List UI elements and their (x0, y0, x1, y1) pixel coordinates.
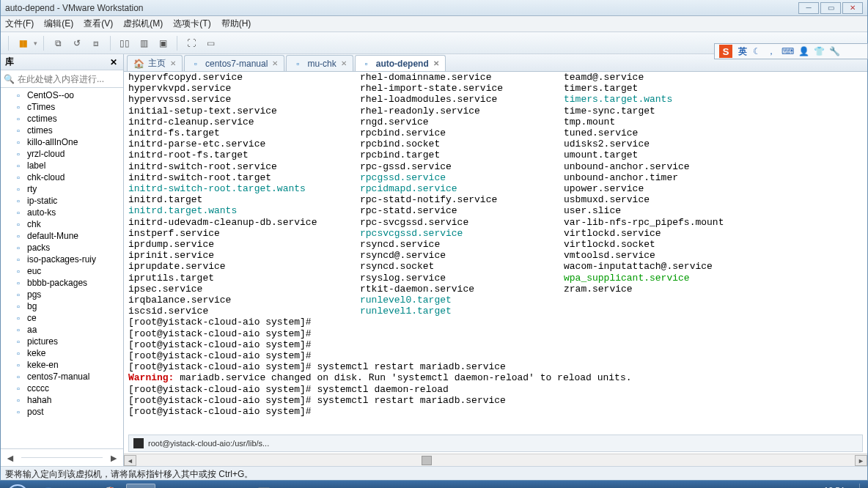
horizontal-scrollbar[interactable]: ◄ ► (124, 454, 867, 466)
menu-虚拟机(M)[interactable]: 虚拟机(M) (123, 18, 163, 30)
app-button[interactable]: ☁ (280, 484, 309, 488)
menu-帮助(H)[interactable]: 帮助(H) (221, 18, 251, 30)
tree-item[interactable]: ▫killo-allInOne (1, 136, 123, 148)
tab-close-icon[interactable]: ✕ (341, 59, 347, 67)
tree-item[interactable]: ▫chk (1, 218, 123, 230)
revert-button[interactable]: ↺ (69, 35, 85, 51)
scroll-right-icon[interactable]: ► (855, 455, 867, 466)
unity-button[interactable]: ▣ (155, 35, 171, 51)
tree-fwd-icon[interactable]: ► (108, 452, 119, 464)
tree-back-icon[interactable]: ◄ (5, 452, 15, 464)
tree-item[interactable]: ▫yrzl-cloud (1, 148, 123, 160)
scroll-thumb[interactable] (422, 456, 432, 465)
tree-item[interactable]: ▫iso-packages-ruiy (1, 254, 123, 265)
vmware-button[interactable] (126, 484, 155, 488)
tree-item[interactable]: ▫label (1, 160, 123, 171)
show-desktop-button[interactable] (859, 484, 865, 488)
putty-button[interactable] (157, 484, 186, 488)
ime-lang[interactable]: 英 (738, 45, 747, 58)
tree-item[interactable]: ▫bg (1, 300, 123, 312)
tree-item[interactable]: ▫default-Mune (1, 230, 123, 242)
tab-close-icon[interactable]: ✕ (433, 59, 439, 67)
menu-选项卡(T)[interactable]: 选项卡(T) (173, 18, 210, 30)
menu-编辑(E)[interactable]: 编辑(E) (44, 18, 73, 30)
editor-button[interactable] (249, 484, 279, 488)
file-entry: iprupdate.service (128, 261, 360, 272)
shirt-icon[interactable]: 👕 (814, 46, 825, 56)
file-entry: rpcbind.socket (360, 138, 564, 149)
tree-item[interactable]: ▫keke-en (1, 359, 123, 371)
terminal-icon (133, 438, 144, 448)
view-single-button[interactable]: ▯▯ (117, 35, 133, 51)
tree-item[interactable]: ▫ctimes (1, 125, 123, 136)
tree-item[interactable]: ▫chk-cloud (1, 171, 123, 183)
snapshot-button[interactable]: ⧉ (50, 35, 66, 51)
vm-icon: ▫ (17, 114, 27, 123)
tab-centos7-manual[interactable]: ▫centos7-manual✕ (184, 55, 284, 71)
taskbar[interactable]: >_ >_ ☁ CH ⏏ 🖨 🔄 💬 🔔 🛡 ⚑ 🖧 🔊 10:54 2016-… (0, 481, 868, 488)
tab-auto-depend[interactable]: ▫auto-depend✕ (355, 55, 446, 71)
menu-文件(F)[interactable]: 文件(F) (5, 18, 34, 30)
vm-icon: ▫ (17, 361, 27, 369)
file-entry: initrd.target.wants (128, 205, 360, 216)
tree-item[interactable]: ▫ip-static (1, 195, 123, 207)
search-input[interactable] (18, 74, 128, 84)
tree-item[interactable]: ▫auto-ks (1, 207, 123, 218)
tree-item[interactable]: ▫ce (1, 312, 123, 324)
tree-item[interactable]: ▫aa (1, 324, 123, 336)
view-grid-button[interactable]: ▥ (136, 35, 152, 51)
tree-item[interactable]: ▫cTimes (1, 101, 123, 113)
tree-item[interactable]: ▫pgs (1, 289, 123, 300)
terminal-button[interactable]: >_ (218, 484, 248, 488)
tab-close-icon[interactable]: ✕ (170, 59, 176, 67)
tree-item[interactable]: ▫pictures (1, 336, 123, 347)
tab-close-icon[interactable]: ✕ (272, 59, 278, 67)
file-entry: hypervkvpd.service (128, 83, 360, 94)
tree-item[interactable]: ▫post (1, 406, 123, 418)
file-entry: user.slice (564, 205, 724, 216)
tree-item[interactable]: ▫keke (1, 347, 123, 359)
vm-icon: ▫ (17, 372, 27, 381)
start-button[interactable] (3, 484, 32, 488)
xshell-button[interactable]: >_ (188, 484, 217, 488)
tree-item[interactable]: ▫CentOS--oo (1, 89, 123, 101)
tree-item[interactable]: ▫bbbb-packages (1, 277, 123, 289)
menu-查看(V)[interactable]: 查看(V) (84, 18, 113, 30)
explorer-button[interactable] (65, 484, 94, 488)
sidebar-close-icon[interactable]: ✕ (108, 57, 119, 67)
maximize-button[interactable]: ▭ (820, 2, 841, 14)
tree-item[interactable]: ▫packs (1, 242, 123, 254)
tree-item[interactable]: ▫euc (1, 265, 123, 277)
chrome-button[interactable] (95, 484, 125, 488)
ime-toolbar[interactable]: S 英 ☾ ， ⌨ 👤 👕 🔧 (714, 43, 868, 59)
terminal-path-tab[interactable]: root@yistack-cloud-aio:/usr/lib/s... (128, 435, 863, 452)
warning-line: Warning: mariadb.service changed on disk… (128, 372, 863, 383)
tree-item[interactable]: ▫centos7-manual (1, 371, 123, 382)
vm-icon: ▫ (17, 290, 27, 299)
tree-item[interactable]: ▫cctimes (1, 113, 123, 125)
file-entry: rpcgssd.service (360, 172, 564, 183)
firefox-button[interactable] (34, 484, 63, 488)
tree-item[interactable]: ▫hahah (1, 394, 123, 406)
vm-icon: ▫ (17, 325, 27, 334)
minimize-button[interactable]: ─ (798, 2, 819, 14)
manage-button[interactable]: ⧈ (88, 35, 104, 51)
close-button[interactable]: ✕ (842, 2, 863, 14)
vm-icon: ▫ (17, 314, 27, 322)
wrench-icon[interactable]: 🔧 (829, 46, 840, 56)
file-entry: initrd-cleanup.service (128, 117, 360, 127)
tree-item[interactable]: ▫rty (1, 183, 123, 195)
person-icon[interactable]: 👤 (798, 46, 809, 56)
pause-button[interactable]: ▮▮ (15, 35, 31, 51)
keyboard-icon[interactable]: ⌨ (781, 46, 794, 56)
console-button[interactable]: ▭ (202, 35, 218, 51)
fullscreen-button[interactable]: ⛶ (183, 35, 199, 51)
terminal-output[interactable]: hypervfcopyd.servicehypervkvpd.servicehy… (124, 72, 867, 432)
tree-item[interactable]: ▫ccccc (1, 382, 123, 394)
tab-mu-chk[interactable]: ▫mu-chk✕ (286, 55, 353, 71)
scroll-left-icon[interactable]: ◄ (124, 455, 136, 466)
tab-home[interactable]: 🏠主页✕ (127, 55, 183, 71)
file-entry: unbound-anchor.service (564, 161, 724, 172)
file-entry: time-sync.target (564, 106, 724, 117)
vm-tree[interactable]: ▫CentOS--oo▫cTimes▫cctimes▫ctimes▫killo-… (1, 88, 123, 448)
